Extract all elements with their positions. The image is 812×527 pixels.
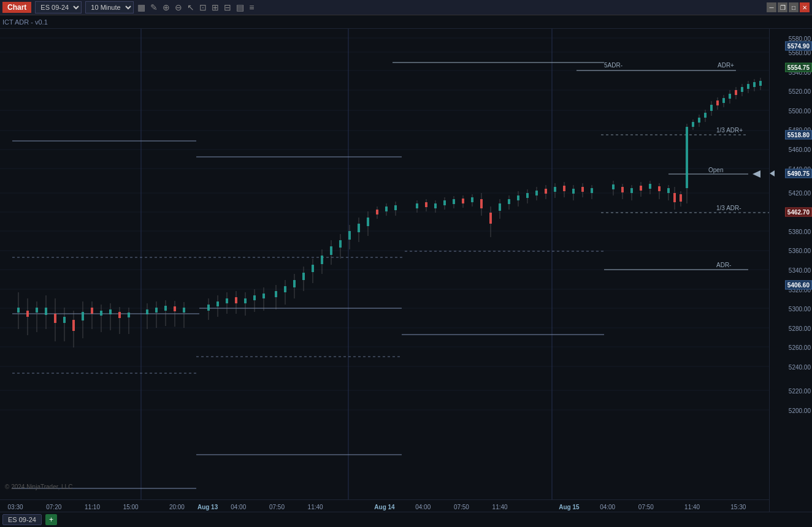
time-label-0: 03:30 <box>8 504 23 510</box>
maximize-button[interactable]: □ <box>789 2 799 12</box>
time-label-4: 20:00 <box>169 504 185 510</box>
svg-rect-106 <box>339 240 342 248</box>
svg-rect-132 <box>471 197 473 202</box>
svg-rect-190 <box>722 98 725 103</box>
svg-rect-44 <box>26 311 29 317</box>
add-tab-button[interactable]: + <box>45 514 57 525</box>
price-5420: 5420.00 <box>789 189 811 196</box>
indicator-label: ICT ADR - v0.1 <box>2 18 48 26</box>
price-5360: 5360.00 <box>789 248 811 254</box>
properties-icon[interactable]: ⊡ <box>199 2 207 12</box>
price-5200: 5200.00 <box>789 407 811 414</box>
remove-icon[interactable]: ⊟ <box>224 2 231 12</box>
svg-rect-46 <box>36 308 38 313</box>
svg-rect-130 <box>462 199 464 203</box>
price-5520: 5520.00 <box>789 88 811 95</box>
chart-area[interactable]: 5ADR- ADR+ 1/3 ADR+ Open 1/3 ADR- ADR- ©… <box>0 29 769 512</box>
svg-rect-104 <box>330 246 332 255</box>
svg-rect-192 <box>729 94 731 99</box>
time-label-3: 15:00 <box>123 504 139 510</box>
price-5240: 5240.00 <box>789 363 811 370</box>
zoom-in-icon[interactable]: ⊕ <box>163 2 170 12</box>
es-tab[interactable]: ES 09-24 <box>2 514 42 525</box>
time-label-12: 11:40 <box>492 504 508 510</box>
symbol-dropdown[interactable]: ES 09-24 <box>35 1 82 13</box>
time-label-11: 07:50 <box>454 504 469 510</box>
minimize-button[interactable]: ─ <box>767 2 776 12</box>
svg-rect-74 <box>174 306 176 311</box>
time-label-2: 11:10 <box>85 504 100 510</box>
svg-rect-196 <box>741 87 743 92</box>
timeframe-dropdown[interactable]: 10 Minute <box>85 1 134 13</box>
svg-rect-110 <box>358 224 360 232</box>
draw-icon[interactable]: ✎ <box>150 2 158 12</box>
bar-chart-icon[interactable]: ▦ <box>137 2 145 12</box>
svg-rect-60 <box>100 311 102 316</box>
svg-rect-188 <box>716 100 719 105</box>
svg-rect-170 <box>658 186 661 191</box>
svg-rect-178 <box>686 127 688 188</box>
svg-rect-52 <box>63 317 66 323</box>
time-label-16: 11:40 <box>684 504 700 510</box>
bottom-bar: ES 09-24 + <box>0 512 812 527</box>
time-label-7: 07:50 <box>269 504 285 510</box>
cursor-icon[interactable]: ↖ <box>187 2 194 12</box>
svg-rect-146 <box>535 191 538 195</box>
svg-rect-120 <box>416 203 418 208</box>
svg-rect-64 <box>118 312 121 318</box>
svg-rect-150 <box>554 187 556 192</box>
svg-rect-180 <box>692 122 694 127</box>
price-5560: 5560.00 <box>789 50 811 56</box>
svg-text:5ADR-: 5ADR- <box>604 62 622 69</box>
add-indicator-icon[interactable]: ⊞ <box>212 2 219 12</box>
svg-rect-164 <box>630 188 633 193</box>
time-label-6: 04:00 <box>231 504 246 510</box>
svg-rect-54 <box>72 320 75 331</box>
svg-rect-176 <box>680 194 682 202</box>
svg-rect-68 <box>146 309 148 314</box>
time-label-17: 15:30 <box>730 504 746 510</box>
svg-rect-90 <box>262 294 265 298</box>
svg-rect-116 <box>385 207 388 211</box>
price-badge-5554: 5554.75 <box>785 63 812 72</box>
price-badge-5574: 5574.90 <box>785 41 812 50</box>
svg-rect-182 <box>698 118 700 123</box>
time-label-8: 11:40 <box>308 504 323 510</box>
svg-rect-82 <box>226 298 228 303</box>
svg-rect-78 <box>207 305 210 311</box>
svg-rect-88 <box>253 295 256 300</box>
chart-svg: 5ADR- ADR+ 1/3 ADR+ Open 1/3 ADR- ADR- <box>0 29 769 512</box>
svg-text:1/3 ADR+: 1/3 ADR+ <box>716 127 743 134</box>
svg-rect-126 <box>443 200 446 205</box>
restore-button[interactable]: ❐ <box>778 2 787 12</box>
svg-rect-162 <box>621 187 624 192</box>
svg-rect-66 <box>128 313 130 317</box>
svg-rect-138 <box>499 203 501 211</box>
svg-rect-152 <box>563 186 565 191</box>
svg-rect-94 <box>284 286 286 292</box>
svg-rect-158 <box>591 188 593 193</box>
svg-rect-134 <box>480 199 483 208</box>
zoom-out-icon[interactable]: ⊖ <box>175 2 182 12</box>
svg-rect-140 <box>508 199 510 204</box>
svg-rect-136 <box>489 213 492 224</box>
svg-rect-184 <box>704 113 707 118</box>
menu-icon[interactable]: ≡ <box>249 2 254 12</box>
svg-rect-156 <box>581 187 584 192</box>
svg-rect-202 <box>759 81 762 86</box>
svg-rect-144 <box>526 193 529 198</box>
time-label-1: 07:20 <box>46 504 61 510</box>
close-button[interactable]: ✕ <box>800 2 810 12</box>
template-icon[interactable]: ▤ <box>236 2 244 12</box>
price-5280: 5280.00 <box>789 325 811 332</box>
svg-rect-198 <box>747 84 749 89</box>
svg-rect-166 <box>640 186 642 191</box>
price-badge-5490: 5490.75 <box>785 169 812 178</box>
svg-marker-40 <box>753 170 760 178</box>
price-arrow <box>770 170 775 176</box>
svg-rect-100 <box>312 265 314 272</box>
svg-rect-200 <box>753 82 756 87</box>
svg-rect-50 <box>54 314 56 323</box>
svg-rect-84 <box>235 297 237 303</box>
svg-rect-96 <box>293 280 296 287</box>
